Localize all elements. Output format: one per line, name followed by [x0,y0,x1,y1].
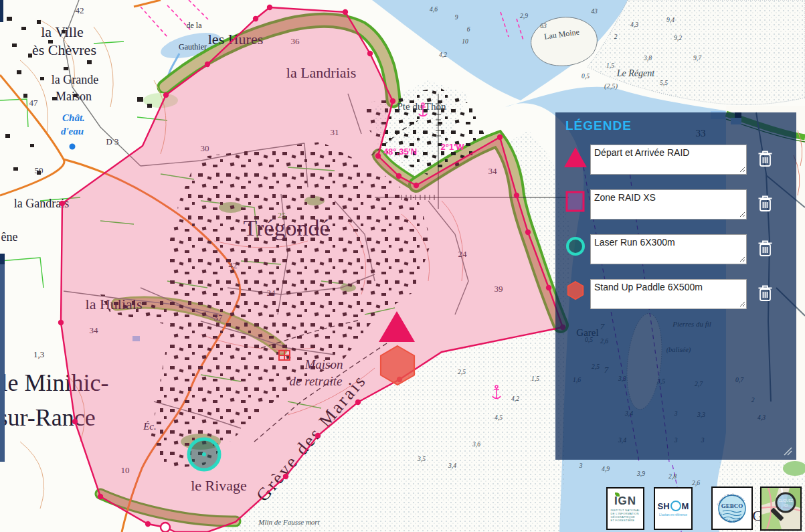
zone-vertex[interactable] [163,92,169,98]
depth-sounding: 3,4 [448,462,456,469]
legend-item-zone-raid: Zone RAID XS [561,189,773,219]
map-label: Le Régent [616,68,655,78]
zone-vertex[interactable] [58,320,64,325]
map-label: la Grande [52,73,98,86]
delete-legend-item-button[interactable] [757,195,773,213]
zone-vertex[interactable] [546,285,551,290]
shom-circle-icon [670,501,681,511]
map-label: 2°1'W [440,142,464,152]
map-label: 48°.35'N [383,147,417,157]
zone-vertex[interactable] [414,183,419,188]
depth-sounding: 9 [455,14,458,21]
gebco-logo[interactable]: General Bathymetric Chart of the Oceans … [711,486,753,530]
delete-legend-item-button[interactable] [757,240,773,258]
delete-legend-item-button[interactable] [757,150,773,168]
depth-sounding: 5,5 [660,80,668,86]
map-label: Mlin de Fausse mort [258,518,320,526]
map-label: D 3 [106,137,118,147]
depth-sounding: 3,9 [636,470,645,477]
depth-sounding: 9,4 [666,17,675,23]
zone-vertex[interactable] [390,98,395,104]
map-label: ès Chèvres [32,41,96,58]
laser-run-marker[interactable] [189,439,219,470]
depth-sounding: 2,6 [692,480,700,486]
zone-vertex[interactable] [355,400,361,405]
zone-vertex[interactable] [283,474,288,479]
map-label: la Ville [41,23,84,40]
map-label: de la [187,21,203,30]
depth-sounding: 3,8 [643,55,652,62]
legend-item-depart-arrivee: Départ et Arrivée RAID [561,145,773,175]
depth-sounding: 4,5 [495,414,503,421]
zone-vertex[interactable] [343,9,348,15]
shom-logo[interactable]: SHM L'océan en référence [654,487,693,530]
zone-square-icon [561,189,590,212]
map-label: Chât. [62,112,85,123]
zone-midpoint-handle[interactable] [161,523,170,532]
depth-sounding: 2,9 [520,13,528,19]
openstreetmap-logo[interactable]: CLIQUEZ ICI [760,486,802,531]
triangle-marker-icon [561,145,590,169]
depth-sounding: 2 [614,33,618,40]
legend-item-stand-up-paddle: Stand Up Paddle 6X500m [561,279,773,309]
depth-sounding: 1,5 [606,62,614,69]
depth-sounding: 3,6 [472,441,480,448]
depth-sounding: 63 [540,23,547,29]
delete-legend-item-button[interactable] [757,284,773,302]
legend-item-laser-run: Laser Run 6X300m [561,234,773,264]
ign-logo[interactable]: IGN INSTITUT NATIONALDE L'INFORMATION GÉ… [606,487,644,530]
map-app: 42la Villeès Chèvresla GrandeMaison47Châ… [0,0,805,532]
depth-sounding: 2,5 [458,369,466,375]
depth-sounding: 0,5 [582,73,590,80]
edge-widget-sliver [0,264,5,462]
svg-text:ICI: ICI [784,503,788,507]
depth-sounding: 2,8 [668,473,677,480]
ign-leaf-icon [615,493,620,497]
depth-sounding: 6 [467,26,470,33]
legend-label-input-3[interactable]: Laser Run 6X300m [590,234,747,264]
zone-vertex[interactable] [514,193,519,198]
map-label: 1,3 [33,349,44,359]
zone-vertex[interactable] [72,419,78,424]
zone-vertex[interactable] [525,230,531,235]
zone-vertex[interactable] [253,16,258,21]
depth-sounding: 4,6 [430,6,438,13]
depth-sounding: 4,2 [511,395,519,402]
map-label: 47 [29,98,39,108]
legend-label-input-2[interactable]: Zone RAID XS [590,189,747,219]
zone-vertex[interactable] [375,153,381,159]
map-label: Maison [56,90,92,103]
zone-vertex[interactable] [98,494,103,499]
map-label: êne [1,230,18,244]
hexagon-marker-icon [561,279,590,300]
map-label: d'eau [61,126,84,137]
svg-text:CLIQUEZ: CLIQUEZ [778,499,793,503]
map-label: 50 [35,165,43,175]
zone-vertex[interactable] [205,62,210,67]
depth-sounding: 3,5 [417,456,426,462]
legend-label-input-1[interactable]: Départ et Arrivée RAID [590,145,747,175]
depth-sounding: 3 [579,462,583,469]
depth-sounding: 4,3 [630,21,638,28]
edge-widget-sliver [0,0,3,22]
panel-resize-handle[interactable] [783,446,792,456]
circle-marker-icon [561,234,590,257]
zone-vertex[interactable] [267,5,272,10]
legend-label-input-4[interactable]: Stand Up Paddle 6X500m [590,279,747,309]
zone-vertex[interactable] [497,135,503,140]
zone-vertex[interactable] [315,433,321,438]
legend-title: LÉGENDE [565,118,632,133]
depth-sounding: 9,2 [674,35,682,41]
edge-widget-sliver [0,254,5,264]
map-label: Pte du Thon [397,101,446,112]
depth-sounding: 4,2 [439,52,447,58]
zone-vertex[interactable] [396,173,401,179]
depth-sounding: 10 [462,38,468,45]
svg-text:GEBCO: GEBCO [721,503,743,509]
map-label: (2,5) [604,82,618,90]
zone-vertex[interactable] [145,521,151,527]
depth-sounding: 4,9 [602,466,610,472]
zone-vertex[interactable] [367,51,373,56]
zone-vertex[interactable] [60,201,65,206]
map-label: 42 [76,5,84,15]
